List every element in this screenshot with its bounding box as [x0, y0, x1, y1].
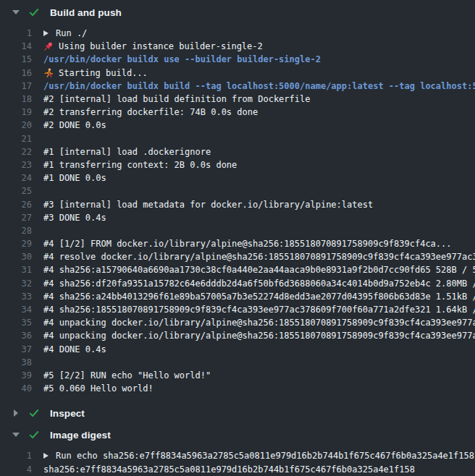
- line-number[interactable]: 40: [0, 382, 32, 395]
- line-number[interactable]: 24: [0, 171, 32, 184]
- log-line: 28: [0, 224, 475, 237]
- log-group-line[interactable]: 1 Run echo sha256:e7ff8834a5963a2785c5a0…: [0, 449, 475, 462]
- log-section: Build and push 1 Run ./ 14 Using builder…: [0, 1, 475, 402]
- log-text: #5 [2/2] RUN echo "Hello world!": [43, 369, 475, 382]
- log-line: 26 #3 [internal] load metadata for docke…: [0, 197, 475, 211]
- line-number[interactable]: 25: [0, 184, 32, 197]
- log-text: #1 DONE 0.0s: [43, 171, 475, 184]
- log-text: sha256:e7ff8834a5963a2785c5a0811e979d16b…: [43, 463, 475, 476]
- line-number[interactable]: 17: [0, 80, 32, 93]
- line-number[interactable]: 23: [0, 158, 32, 171]
- log-line: 32 #4 sha256:df20fa9351a15782c64e6dddb2d…: [0, 277, 475, 290]
- expand-group-icon[interactable]: [43, 30, 49, 36]
- log-line: 30 #4 resolve docker.io/library/alpine@s…: [0, 250, 475, 263]
- section-header[interactable]: Build and push: [0, 1, 475, 23]
- log-text: #4 resolve docker.io/library/alpine@sha2…: [43, 250, 475, 263]
- log-line: 38: [0, 356, 475, 369]
- line-number[interactable]: 32: [0, 277, 32, 290]
- log-line: 25: [0, 184, 475, 197]
- log-section: Inspect: [0, 402, 475, 424]
- line-number[interactable]: 15: [0, 53, 32, 66]
- log-line: 15 /usr/bin/docker buildx use --builder …: [0, 53, 475, 66]
- log-text: Using builder instance builder-single-2: [43, 40, 475, 53]
- log-group-line[interactable]: 1 Run ./: [0, 27, 475, 40]
- section-title: Image digest: [50, 430, 111, 441]
- line-number[interactable]: 22: [0, 145, 32, 158]
- log-line: 16 Starting build...: [0, 67, 475, 80]
- log-text: #4 DONE 0.4s: [43, 343, 475, 356]
- log-text: #1 transferring context: 2B 0.0s done: [43, 158, 475, 171]
- expand-group-icon[interactable]: [43, 453, 49, 459]
- log-line: 17 /usr/bin/docker buildx build --tag lo…: [0, 80, 475, 93]
- line-number[interactable]: 36: [0, 329, 32, 342]
- line-number[interactable]: 37: [0, 343, 32, 356]
- log-line: 27 #3 DONE 0.4s: [0, 211, 475, 224]
- log-text: #4 unpacking docker.io/library/alpine@sh…: [43, 316, 475, 329]
- log-text: #3 [internal] load metadata for docker.i…: [43, 198, 475, 211]
- actions-log-viewer: Build and push 1 Run ./ 14 Using builder…: [0, 0, 475, 476]
- log-line: 34 #4 sha256:185518070891758909c9f839cf4…: [0, 303, 475, 316]
- pushpin-icon: [43, 41, 54, 51]
- log-text: #4 sha256:a24bb4013296f61e89ba57005a7b3e…: [43, 290, 475, 303]
- line-number[interactable]: 4: [0, 463, 32, 476]
- line-number[interactable]: 21: [0, 132, 32, 145]
- log-text: /usr/bin/docker buildx build --tag local…: [43, 80, 475, 93]
- check-icon: [28, 7, 40, 18]
- line-number[interactable]: 26: [0, 198, 32, 211]
- chevron-right-icon[interactable]: [12, 409, 20, 417]
- log-line: 18 #2 [internal] load build definition f…: [0, 93, 475, 106]
- log-text: #1 [internal] load .dockerignore: [43, 145, 475, 158]
- line-number[interactable]: 16: [0, 67, 32, 80]
- log-line: 40 #5 0.060 Hello world!: [0, 382, 475, 395]
- log-line: 23 #1 transferring context: 2B 0.0s done: [0, 158, 475, 171]
- section-log-body: 1 Run echo sha256:e7ff8834a5963a2785c5a0…: [0, 446, 475, 476]
- check-icon: [28, 429, 40, 441]
- chevron-down-icon[interactable]: [12, 10, 20, 14]
- log-text: /usr/bin/docker buildx use --builder bui…: [43, 53, 475, 66]
- line-number[interactable]: 35: [0, 316, 32, 329]
- line-number[interactable]: 31: [0, 263, 32, 276]
- log-text: #4 unpacking docker.io/library/alpine@sh…: [43, 329, 475, 342]
- log-line: 20 #2 DONE 0.0s: [0, 119, 475, 132]
- line-number[interactable]: 18: [0, 93, 32, 106]
- line-number[interactable]: 29: [0, 237, 32, 250]
- line-number[interactable]: 20: [0, 119, 32, 132]
- line-number[interactable]: 1: [0, 449, 32, 462]
- chevron-down-icon[interactable]: [12, 433, 20, 437]
- log-line: 22 #1 [internal] load .dockerignore: [0, 145, 475, 158]
- log-line: 31 #4 sha256:a15790640a6690aa1730c38cf0a…: [0, 263, 475, 276]
- log-text: #4 [1/2] FROM docker.io/library/alpine@s…: [43, 237, 475, 250]
- log-text: #2 transferring dockerfile: 74B 0.0s don…: [43, 106, 475, 119]
- check-icon: [28, 407, 40, 419]
- section-title: Inspect: [50, 408, 85, 419]
- line-number[interactable]: 38: [0, 356, 32, 369]
- log-line: 19 #2 transferring dockerfile: 74B 0.0s …: [0, 106, 475, 119]
- line-number[interactable]: 19: [0, 106, 32, 119]
- log-line: 35 #4 unpacking docker.io/library/alpine…: [0, 316, 475, 329]
- line-number[interactable]: 28: [0, 224, 32, 237]
- log-text: #5 0.060 Hello world!: [43, 382, 475, 395]
- line-number[interactable]: 27: [0, 211, 32, 224]
- line-number[interactable]: 34: [0, 303, 32, 316]
- log-text: #4 sha256:185518070891758909c9f839cf4ca3…: [43, 303, 475, 316]
- log-line: 39 #5 [2/2] RUN echo "Hello world!": [0, 369, 475, 382]
- line-number[interactable]: 14: [0, 40, 32, 53]
- log-text: #2 [internal] load build definition from…: [43, 93, 475, 106]
- log-text: #4 sha256:df20fa9351a15782c64e6dddb2d4a6…: [43, 277, 475, 290]
- line-number[interactable]: 30: [0, 250, 32, 263]
- line-number[interactable]: 39: [0, 369, 32, 382]
- line-number[interactable]: 1: [0, 27, 32, 40]
- log-text: Starting build...: [43, 67, 475, 80]
- log-line: 21: [0, 132, 475, 145]
- line-number[interactable]: 33: [0, 290, 32, 303]
- section-title: Build and push: [50, 7, 122, 18]
- runner-icon: [43, 68, 54, 78]
- log-text: Run ./: [43, 27, 475, 40]
- section-header[interactable]: Inspect: [0, 402, 475, 424]
- section-log-body: 1 Run ./ 14 Using builder instance build…: [0, 23, 475, 402]
- log-text: #4 sha256:a15790640a6690aa1730c38cf0a440…: [43, 263, 475, 276]
- log-section: Image digest 1 Run echo sha256:e7ff8834a…: [0, 424, 475, 476]
- log-line: 24 #1 DONE 0.0s: [0, 171, 475, 184]
- log-text: #3 DONE 0.4s: [43, 211, 475, 224]
- section-header[interactable]: Image digest: [0, 424, 475, 446]
